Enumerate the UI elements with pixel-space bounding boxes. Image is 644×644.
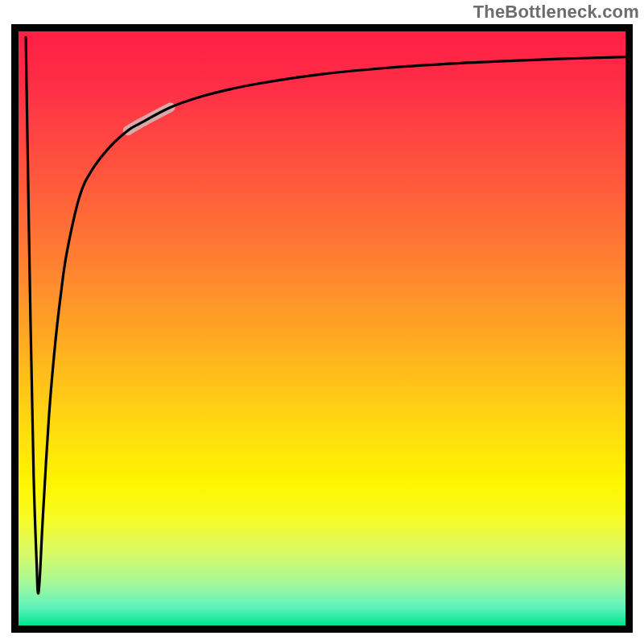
chart-container: TheBottleneck.com xyxy=(0,0,644,644)
watermark-text: TheBottleneck.com xyxy=(473,2,639,23)
curve-svg xyxy=(19,31,625,625)
main-curve xyxy=(26,37,625,593)
chart-frame xyxy=(11,24,633,633)
plot-area xyxy=(19,31,625,625)
